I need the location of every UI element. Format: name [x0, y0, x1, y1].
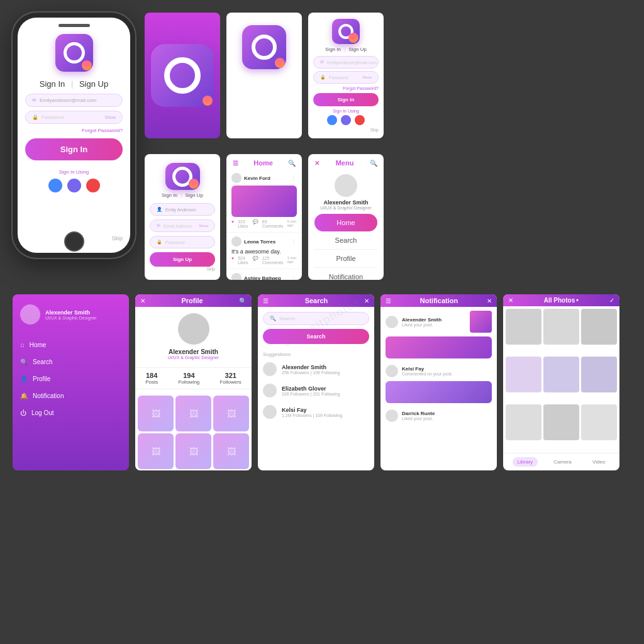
search-menu-icon[interactable]: ☰ — [263, 297, 269, 304]
profile-role: UI/UX & Graphic Designer — [168, 355, 219, 360]
menu-item-notification[interactable]: Notification — [314, 268, 377, 280]
ap-photo-1[interactable] — [506, 309, 541, 345]
sc3-show[interactable]: Show — [362, 75, 372, 79]
post1-comment-icon[interactable]: 💬 — [253, 219, 258, 228]
sc3-social-indigo[interactable] — [341, 115, 351, 125]
skip-link[interactable]: Skip — [111, 235, 123, 242]
su-signup-btn[interactable]: Sign Up — [150, 252, 215, 267]
sc3-forgot[interactable]: Forgot Password? — [313, 86, 379, 91]
su-show[interactable]: Show — [199, 224, 208, 228]
menu-item-profile[interactable]: Profile — [314, 250, 377, 268]
menu-close-icon[interactable]: ✕ — [314, 160, 319, 167]
home-title: Home — [253, 159, 273, 167]
photo-3[interactable]: 🖼 — [213, 396, 249, 431]
sc3-password[interactable]: 🔒 Password Show — [313, 71, 379, 84]
email-value: Emilyandeson@mail.com — [40, 97, 96, 103]
sc3-skip[interactable]: Skip — [370, 128, 379, 132]
notif-menu-icon[interactable]: ☰ — [386, 297, 391, 304]
sc3-social-blue[interactable] — [327, 115, 337, 125]
posts-label: Posts — [145, 379, 158, 385]
notif2-name: Kelsi Fay — [402, 366, 492, 372]
stat-posts: 184 Posts — [145, 372, 158, 385]
tab-video[interactable]: Video — [587, 457, 610, 467]
search-btn[interactable]: Search — [263, 329, 369, 344]
su-name-field[interactable]: 👤 Emily Anderson — [150, 203, 215, 216]
photo-5[interactable]: 🖼 — [175, 433, 211, 469]
app-icon — [55, 34, 93, 72]
social-red-btn[interactable] — [86, 179, 100, 192]
photos-check-icon[interactable]: ✓ — [609, 297, 614, 304]
menu-search-icon[interactable]: 🔍 — [370, 160, 377, 167]
ap-photo-7[interactable] — [506, 404, 541, 440]
photos-chevron-icon[interactable]: ▾ — [576, 297, 579, 303]
menu-item-home[interactable]: Home — [314, 214, 377, 231]
ap-photo-5[interactable] — [543, 357, 579, 392]
search-header: ☰ Search ✕ — [258, 294, 374, 307]
post1-avatar — [231, 173, 242, 183]
email-field[interactable]: ✉ Emilyandeson@mail.com — [25, 94, 123, 107]
lock-icon: 🔒 — [32, 114, 38, 120]
sc3-social-red[interactable] — [355, 115, 365, 125]
phone-home-button[interactable] — [64, 231, 84, 252]
sidebar-notification[interactable]: 🔔 Notification — [13, 387, 129, 404]
photos-close-icon[interactable]: ✕ — [508, 297, 513, 304]
notification-icon: 🔔 — [20, 392, 28, 399]
sc3-signin-btn[interactable]: Sign In — [313, 93, 379, 106]
photo-6[interactable]: 🖼 — [213, 433, 249, 469]
sidebar-search[interactable]: 🔍 Search — [13, 353, 129, 370]
profile-close-icon[interactable]: ✕ — [140, 297, 145, 304]
home-icon: ⌂ — [20, 341, 25, 348]
su-person-icon: 👤 — [157, 207, 162, 212]
ap-photo-9[interactable] — [581, 404, 617, 440]
si-label: Sign In — [325, 47, 341, 52]
tab-camera[interactable]: Camera — [548, 457, 576, 467]
suggestion-2[interactable]: Elizabeth Glover 326 Followers | 201 Fol… — [258, 380, 374, 401]
all-photos-grid — [503, 306, 619, 453]
forgot-password-link[interactable]: Forgot Password? — [25, 128, 123, 133]
sc3-email[interactable]: ✉ Emilyandeson@mail.com — [313, 56, 379, 69]
ap-photo-8[interactable] — [543, 404, 579, 440]
search-close-icon[interactable]: ✕ — [364, 297, 369, 304]
post2-heart-icon[interactable]: ♥ — [231, 256, 234, 265]
post2-more[interactable]: ⋮ — [291, 238, 297, 245]
ap-photo-3[interactable] — [581, 309, 617, 345]
ap-photo-2[interactable] — [543, 309, 579, 345]
ap-photo-4[interactable] — [506, 357, 541, 392]
photo-4[interactable]: 🖼 — [138, 433, 174, 469]
social-blue-btn[interactable] — [48, 179, 62, 192]
home-search-icon[interactable]: 🔍 — [288, 160, 296, 167]
notification-screen-card: ☰ Notification ✕ Alexender Smith Liked y… — [380, 294, 497, 470]
photo-2[interactable]: 🖼 — [175, 396, 211, 431]
sidebar-home[interactable]: ⌂ Home — [13, 336, 129, 353]
password-field[interactable]: 🔒 Password Show — [25, 111, 123, 124]
suggestion-1[interactable]: Alexender Smith 256 Followers | 109 Foll… — [258, 358, 374, 380]
profile-search-icon[interactable]: 🔍 — [239, 297, 247, 304]
post2-comment-icon[interactable]: 💬 — [253, 256, 258, 265]
post3-more[interactable]: ⋮ — [291, 275, 297, 280]
sidebar-logout[interactable]: ⏻ Log Out — [13, 404, 129, 421]
notif-close-icon[interactable]: ✕ — [487, 297, 492, 304]
post2-avatar — [231, 236, 242, 247]
home-menu-icon[interactable]: ☰ — [233, 160, 238, 167]
su-email-field[interactable]: ✉ Email Address Show — [150, 219, 215, 232]
su-pw-field[interactable]: 🔒 Password — [150, 236, 215, 248]
show-button[interactable]: Show — [104, 115, 116, 119]
ap-photo-6[interactable] — [581, 357, 617, 392]
su-skip[interactable]: Skip — [206, 267, 215, 271]
splash-purple-screen — [145, 13, 220, 138]
search-field[interactable]: 🔍 Search — [263, 312, 369, 325]
post1-heart-icon[interactable]: ♥ — [231, 219, 234, 228]
photo-1[interactable]: 🖼 — [138, 396, 174, 431]
sidebar-nav: ⌂ Home 🔍 Search 👤 Profile 🔔 Notification… — [13, 336, 129, 421]
tab-library[interactable]: Library — [513, 457, 538, 467]
posts-count: 184 — [145, 372, 158, 379]
bottom-screens-row: Alexender Smith UI/UX & Graphic Designer… — [13, 294, 619, 470]
social-indigo-btn[interactable] — [67, 179, 81, 192]
photos-title: All Photos — [544, 297, 575, 304]
post1-more[interactable]: ⋮ — [291, 175, 297, 182]
suggestion-3[interactable]: Kelsi Fay 1.2M Followers | 109 Following — [258, 401, 374, 423]
signin-button[interactable]: Sign In — [25, 138, 123, 160]
menu-item-search[interactable]: Search — [314, 231, 377, 250]
sidebar-profile[interactable]: 👤 Profile — [13, 370, 129, 387]
stat-following: 194 Following — [178, 372, 199, 385]
